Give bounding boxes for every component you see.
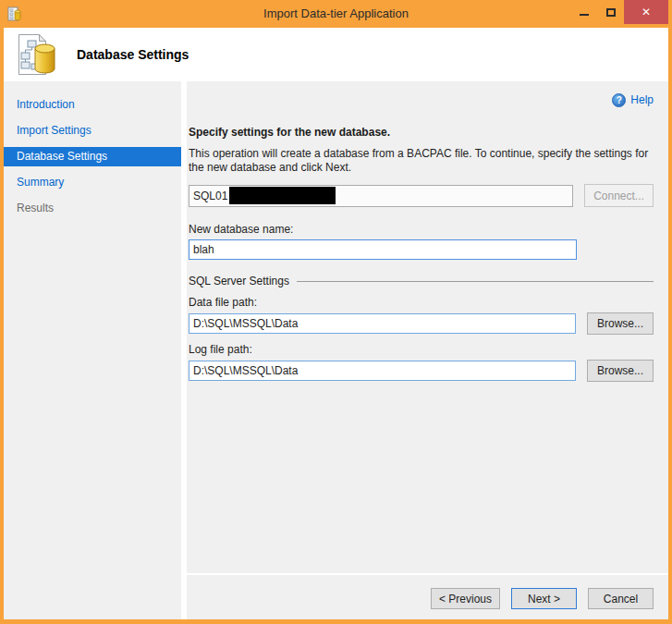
- window-controls: ✕: [570, 0, 668, 28]
- close-button[interactable]: ✕: [624, 0, 668, 24]
- wizard-steps-sidebar: Introduction Import Settings Database Se…: [4, 81, 181, 619]
- panel-description: This operation will create a database fr…: [189, 147, 654, 175]
- server-name-field[interactable]: SQL01: [189, 185, 573, 207]
- next-button[interactable]: Next >: [511, 588, 577, 609]
- wizard-footer: < Previous Next > Cancel: [189, 575, 654, 619]
- redaction-block: [229, 187, 336, 204]
- help-link[interactable]: Help: [630, 93, 654, 106]
- maximize-icon: [606, 8, 616, 17]
- maximize-button[interactable]: [597, 0, 624, 24]
- database-name-row: [189, 239, 654, 260]
- data-file-path-label: Data file path:: [189, 296, 654, 309]
- database-document-icon: [16, 32, 58, 77]
- help-row: ? Help: [189, 92, 654, 107]
- minimize-button[interactable]: [570, 0, 597, 24]
- minimize-icon: [580, 14, 589, 16]
- connect-button[interactable]: Connect...: [584, 184, 654, 207]
- sidebar-item-introduction[interactable]: Introduction: [4, 95, 181, 115]
- data-file-browse-button[interactable]: Browse...: [587, 312, 654, 335]
- log-file-path-label: Log file path:: [189, 343, 654, 356]
- sidebar-item-summary[interactable]: Summary: [4, 173, 181, 192]
- cancel-button[interactable]: Cancel: [588, 588, 654, 609]
- sidebar-item-results: Results: [4, 199, 181, 218]
- data-file-path-input[interactable]: [189, 313, 576, 334]
- close-icon: ✕: [641, 6, 651, 18]
- wizard-body: Introduction Import Settings Database Se…: [4, 81, 668, 619]
- log-file-browse-button[interactable]: Browse...: [587, 360, 654, 382]
- previous-button[interactable]: < Previous: [431, 588, 500, 609]
- log-file-path-input[interactable]: [189, 361, 576, 381]
- database-name-input[interactable]: [189, 239, 577, 260]
- panel-heading: Specify settings for the new database.: [189, 126, 654, 139]
- log-file-path-row: Browse...: [189, 360, 654, 382]
- content-spacer: [189, 382, 654, 573]
- database-name-label: New database name:: [189, 223, 654, 236]
- server-row: SQL01 Connect...: [189, 184, 654, 207]
- server-name-value: SQL01: [193, 190, 227, 202]
- group-label: SQL Server Settings: [189, 275, 289, 288]
- help-question-icon: ?: [612, 93, 626, 107]
- wizard-header: Database Settings: [4, 28, 668, 81]
- group-divider-line: [297, 281, 654, 282]
- page-title: Database Settings: [77, 47, 189, 62]
- database-settings-panel: ? Help Specify settings for the new data…: [187, 81, 668, 619]
- import-data-tier-application-window: Import Data-tier Application ✕: [0, 0, 672, 624]
- sidebar-item-database-settings[interactable]: Database Settings: [4, 147, 181, 166]
- app-database-document-icon: [7, 6, 23, 22]
- data-file-path-row: Browse...: [189, 312, 654, 335]
- title-bar[interactable]: Import Data-tier Application ✕: [0, 0, 672, 28]
- sidebar-item-import-settings[interactable]: Import Settings: [4, 121, 181, 141]
- sql-server-settings-group: SQL Server Settings: [189, 275, 654, 288]
